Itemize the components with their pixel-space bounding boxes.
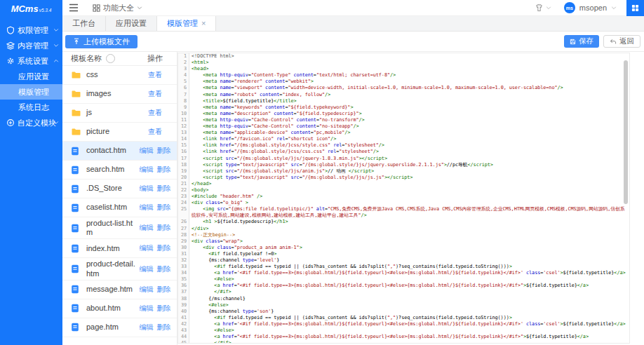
upload-template-button[interactable]: 上传模板文件 (65, 35, 137, 48)
delete-link[interactable]: 删除 (157, 223, 171, 233)
table-row[interactable]: caselist.htm编辑删除 (62, 198, 177, 217)
code-line[interactable]: 12 <meta http-equiv="Cache-Control" cont… (178, 123, 629, 130)
table-row[interactable]: images查看 (62, 85, 177, 104)
table-row[interactable]: css查看 (62, 66, 177, 85)
code-line[interactable]: 41 <#if field.typeid == typeid || (ids?h… (178, 315, 629, 321)
sidebar-item-content[interactable]: 内容管理 (0, 38, 62, 53)
edit-link[interactable]: 编辑 (140, 146, 154, 156)
function-menu[interactable]: 功能大全 (93, 3, 142, 13)
code-line[interactable]: 2<html> (178, 60, 629, 66)
table-row[interactable]: message.htm编辑删除 (62, 280, 177, 299)
code-line[interactable]: 31 <#if field.typeleaf !=0> (178, 251, 629, 257)
table-row[interactable]: contact.htm编辑删除 (62, 142, 177, 161)
code-editor[interactable]: 1<!DOCTYPE html>2<html>3<head>4 <meta ht… (177, 53, 630, 344)
code-line[interactable]: 38 {/ms:channel} (178, 296, 629, 302)
view-link[interactable]: 查看 (148, 89, 162, 99)
code-line[interactable]: 15 <link href="/{ms:global.style/}css/st… (178, 142, 629, 149)
edit-link[interactable]: 编辑 (140, 203, 154, 212)
username[interactable]: msopen (579, 4, 607, 12)
theme-switcher[interactable] (535, 4, 551, 12)
delete-link[interactable]: 删除 (157, 165, 171, 175)
edit-link[interactable]: 编辑 (140, 165, 154, 175)
avatar[interactable]: ms (564, 2, 575, 13)
sidebar-item-system-log[interactable]: 系统日志 (0, 100, 62, 115)
code-line[interactable]: 5 <meta name="renderer" content="webkit"… (178, 79, 629, 85)
delete-link[interactable]: 删除 (157, 184, 171, 194)
code-line[interactable]: 44 <a href="<#if field.type==3>{ms:globa… (178, 334, 629, 340)
code-line[interactable]: 11 <meta http-equiv="Cache-Control" cont… (178, 117, 629, 123)
code-line[interactable]: 6 <meta name="viewport" content="width=d… (178, 85, 629, 91)
code-line[interactable]: 16 <link href="/{ms:global.style/}css/cs… (178, 149, 629, 155)
code-line[interactable]: 42 <a href='<#if field.type==3>{ms:globa… (178, 321, 629, 327)
table-row[interactable]: about.htm编辑删除 (62, 299, 177, 318)
delete-link[interactable]: 删除 (157, 285, 171, 295)
view-link[interactable]: 查看 (148, 108, 162, 118)
table-row[interactable]: search.htm编辑删除 (62, 161, 177, 180)
sidebar-item-permission[interactable]: 权限管理 (0, 22, 62, 38)
code-line[interactable]: 33 <#if field.typeid == typeid || (ids?h… (178, 264, 629, 270)
code-line[interactable]: 9 <meta name="keywords" content="${field… (178, 104, 629, 111)
code-line[interactable]: 30 <div class="product_a anim anim-1"> (178, 245, 629, 251)
code-line[interactable]: 45 </#if> (178, 340, 629, 344)
code-line[interactable]: 4 <meta http-equiv="Content-Type" conten… (178, 72, 629, 79)
code-line[interactable]: 26 <h1 >${field.typedescrip}</h1> (178, 219, 629, 225)
delete-link[interactable]: 删除 (157, 323, 171, 332)
view-link[interactable]: 查看 (148, 127, 162, 137)
edit-link[interactable]: 编辑 (140, 223, 154, 233)
code-line[interactable]: 29<div class="wrap"> (178, 238, 629, 245)
code-line[interactable]: 32 {ms:channel type='level'} (178, 257, 629, 264)
sidebar-item-app-settings[interactable]: 应用设置 (0, 69, 62, 84)
edit-link[interactable]: 编辑 (140, 264, 154, 274)
apps-button[interactable] (626, 0, 644, 16)
table-row[interactable]: page.htm编辑删除 (62, 318, 177, 337)
code-line[interactable]: 36 <a href="<#if field.type==3>{ms:globa… (178, 283, 629, 289)
tab-template-management[interactable]: 模版管理 × (157, 16, 216, 31)
code-line[interactable]: 24<div class="o_big" > (178, 200, 629, 206)
code-line[interactable]: 3<head> (178, 66, 629, 72)
table-row[interactable]: .DS_Store编辑删除 (62, 180, 177, 198)
code-line[interactable]: 28<!--正文begin--> (178, 232, 629, 238)
delete-link[interactable]: 删除 (157, 304, 171, 313)
code-line[interactable]: 37 </#if> (178, 289, 629, 295)
table-row[interactable]: product-detail.htm编辑删除 (62, 258, 177, 280)
code-line[interactable]: 20 <script type="text/javascript" src="/… (178, 175, 629, 181)
code-line[interactable]: 1<!DOCTYPE html> (178, 53, 629, 60)
brand-logo[interactable]: MCms v5.3.4 (0, 0, 62, 16)
scrollbar-thumb[interactable] (624, 60, 628, 204)
code-line[interactable]: 18 <script type="text/javascript" src="/… (178, 162, 629, 168)
delete-link[interactable]: 删除 (157, 203, 171, 212)
code-line[interactable]: 34 <a href='<#if field.type==3>{ms:globa… (178, 270, 629, 276)
code-line[interactable]: 23<#include "header.htm" /> (178, 194, 629, 200)
save-button[interactable]: 保存 (564, 35, 599, 48)
code-line[interactable]: 21</head> (178, 181, 629, 187)
code-line[interactable]: 22<body> (178, 187, 629, 194)
code-line[interactable]: 19 <script src="/{ms:global.style/}js/an… (178, 168, 629, 175)
code-line[interactable]: 10 <meta name="description" content="${f… (178, 111, 629, 117)
sidebar-item-template-management[interactable]: 模版管理 (0, 84, 62, 100)
edit-link[interactable]: 编辑 (140, 243, 154, 253)
close-icon[interactable]: × (201, 20, 206, 27)
tab-app-settings[interactable]: 应用设置 (106, 16, 157, 31)
table-row[interactable]: picture查看 (62, 123, 177, 142)
table-row[interactable]: index.htm编辑删除 (62, 239, 177, 258)
code-line[interactable]: 35 <#else> (178, 276, 629, 283)
code-line[interactable]: 8 <title>${field.typetitle}</title> (178, 98, 629, 104)
code-line[interactable]: 14 <link href="/favicon.ico" rel="shortc… (178, 136, 629, 142)
back-button[interactable]: 返回 (603, 35, 640, 48)
delete-link[interactable]: 删除 (157, 146, 171, 156)
view-link[interactable]: 查看 (148, 70, 162, 80)
sidebar-item-system-settings[interactable]: 系统设置 (0, 53, 62, 69)
code-line[interactable]: 25 <img src="{@ms:file field.typelitpic/… (178, 206, 629, 219)
sidebar-item-custom-module[interactable]: 自定义模块 (0, 115, 62, 130)
code-line[interactable]: 40 {ms:channel type='son'} (178, 309, 629, 315)
code-line[interactable]: 7 <meta name="robots" content="index, fo… (178, 92, 629, 98)
edit-link[interactable]: 编辑 (140, 285, 154, 295)
table-row[interactable]: js查看 (62, 104, 177, 123)
delete-link[interactable]: 删除 (157, 243, 171, 253)
code-line[interactable]: 17 <script src="/{ms:global.style/}js/jq… (178, 156, 629, 162)
tab-workbench[interactable]: 工作台 (62, 16, 106, 31)
code-line[interactable]: 13 <meta name="applicable-device" conten… (178, 130, 629, 136)
delete-link[interactable]: 删除 (157, 264, 171, 274)
edit-link[interactable]: 编辑 (140, 184, 154, 194)
edit-link[interactable]: 编辑 (140, 304, 154, 313)
